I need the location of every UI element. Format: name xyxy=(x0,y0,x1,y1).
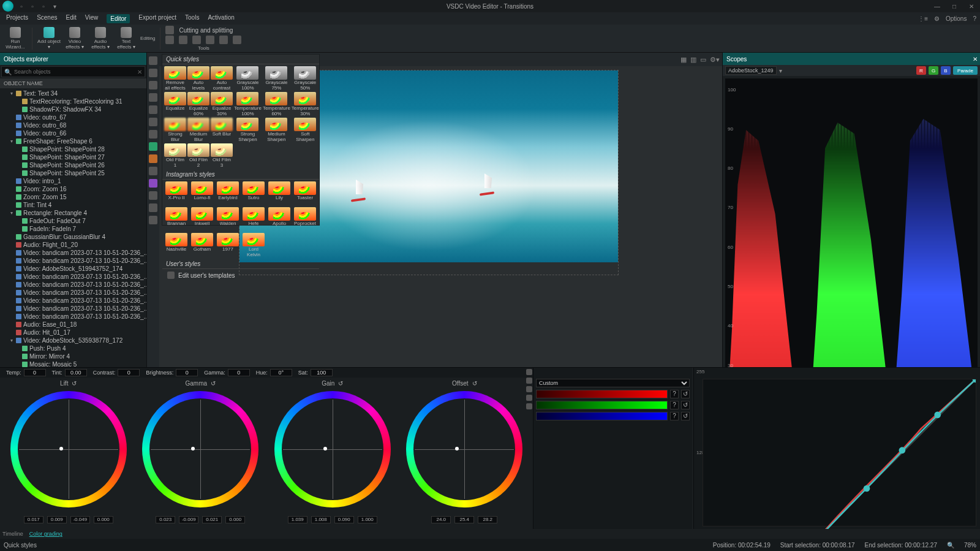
wheel-value[interactable]: 28.2 xyxy=(478,516,497,523)
menu-activation[interactable]: Activation xyxy=(208,14,234,23)
menu-tools[interactable]: Tools xyxy=(185,14,199,23)
menu-scenes[interactable]: Scenes xyxy=(37,14,57,23)
param-value[interactable]: 0 xyxy=(176,369,198,376)
tree-node[interactable]: Audio: Hit_01_17 xyxy=(0,329,146,336)
tree-node[interactable]: GaussianBlur: GaussianBlur 4 xyxy=(0,233,146,241)
qt-open-icon[interactable]: ▫ xyxy=(28,2,37,10)
tree-node[interactable]: ▾Rectangle: Rectangle 4 xyxy=(0,209,146,217)
crop-icon[interactable] xyxy=(165,36,174,44)
style-preset[interactable]: Poprocket xyxy=(293,207,317,232)
style-preset[interactable]: Temperature 30% xyxy=(292,92,319,116)
style-preset[interactable]: Earlybird xyxy=(216,181,240,206)
flip-icon[interactable] xyxy=(192,36,201,44)
style-preset[interactable]: Old Film 2 xyxy=(187,143,209,168)
quick-styles-button[interactable]: Quick styles xyxy=(4,542,37,549)
menu-editor[interactable]: Editor xyxy=(107,14,130,23)
mask-tool-icon[interactable] xyxy=(149,191,157,200)
add-object-button[interactable]: Add object ▾ xyxy=(37,26,61,51)
tree-node[interactable]: Video: bandicam 2023-07-13 10-51-20-236_… xyxy=(0,281,146,289)
red-value-button[interactable]: ? xyxy=(670,390,679,398)
wheel-value[interactable]: 0.021 xyxy=(202,516,222,523)
close-icon[interactable]: ✕ xyxy=(973,56,978,63)
video-effects-button[interactable]: Video effects ▾ xyxy=(63,26,86,51)
gear-icon[interactable]: ⚙ xyxy=(934,15,940,22)
tab-timeline[interactable]: Timeline xyxy=(2,531,23,537)
zoom-out-icon[interactable]: 🔍 xyxy=(947,542,954,549)
tree-node[interactable]: ▾FreeShape: FreeShape 6 xyxy=(0,137,146,145)
picker-tool-icon[interactable] xyxy=(526,386,532,392)
cutting-splitting-button[interactable]: Cutting and splitting xyxy=(179,27,233,34)
param-value[interactable]: 0 xyxy=(118,369,140,376)
tab-color-grading[interactable]: Color grading xyxy=(29,531,62,537)
menu-projects[interactable]: Projects xyxy=(6,14,28,23)
text-tool-icon[interactable] xyxy=(149,118,157,126)
reset-icon[interactable]: ↺ xyxy=(681,390,690,398)
reverse-icon[interactable] xyxy=(219,36,228,44)
grid-icon[interactable]: ▦ xyxy=(680,56,687,64)
style-preset[interactable]: Temperature 100% xyxy=(234,92,262,116)
hsl-tool-icon[interactable] xyxy=(526,378,532,384)
curves-canvas[interactable] xyxy=(703,379,976,526)
line-tool-icon[interactable] xyxy=(149,93,157,102)
tree-node[interactable]: Push: Push 4 xyxy=(0,344,146,352)
param-value[interactable]: 0 xyxy=(228,369,250,376)
style-preset[interactable]: Soft Blur xyxy=(211,118,233,142)
tree-node[interactable]: Video: bandicam 2023-07-13 10-51-20-236_… xyxy=(0,297,146,305)
layout-icon[interactable]: ⋮≡ xyxy=(918,15,928,22)
rotate-icon[interactable] xyxy=(179,36,187,44)
tree-node[interactable]: Video: bandicam 2023-07-13 10-51-20-236_… xyxy=(0,289,146,297)
reset-icon[interactable]: ↺ xyxy=(681,401,690,409)
tree-node[interactable]: Video: outro_66 xyxy=(0,129,146,137)
style-preset[interactable]: Sutro xyxy=(241,181,266,206)
sprite-tool-icon[interactable] xyxy=(149,167,157,175)
reset-icon[interactable]: ↺ xyxy=(211,380,216,387)
wheel-value[interactable]: 1.039 xyxy=(288,516,307,523)
style-preset[interactable]: Apollo xyxy=(267,207,292,232)
tree-node[interactable]: ShapePoint: ShapePoint 28 xyxy=(0,145,146,153)
tree-node[interactable]: Video: intro_1 xyxy=(0,177,146,185)
maximize-button[interactable]: □ xyxy=(948,3,960,10)
tree-node[interactable]: FadeIn: FadeIn 7 xyxy=(0,225,146,233)
hsv-tool-icon[interactable] xyxy=(526,369,532,375)
animation-tool-icon[interactable] xyxy=(149,179,157,188)
search-objects[interactable]: 🔍 ✕ xyxy=(1,66,145,77)
tree-node[interactable]: Video: bandicam 2023-07-13 10-51-20-236_… xyxy=(0,257,146,265)
style-preset[interactable]: Medium Sharpen xyxy=(263,118,290,142)
wheel-value[interactable]: 0.000 xyxy=(94,516,113,523)
tree-node[interactable]: ShadowFX: ShadowFX 34 xyxy=(0,105,146,113)
close-button[interactable]: ✕ xyxy=(965,3,978,10)
extra-tool-icon[interactable] xyxy=(149,216,157,224)
tree-node[interactable]: Tint: Tint 4 xyxy=(0,201,146,209)
tree-node[interactable]: Video: bandicam 2023-07-13 10-51-20-236_… xyxy=(0,273,146,281)
tree-node[interactable]: Zoom: Zoom 15 xyxy=(0,193,146,201)
audio-effects-button[interactable]: Audio effects ▾ xyxy=(89,26,112,51)
style-preset[interactable]: Walden xyxy=(216,207,240,232)
qt-new-icon[interactable]: ▫ xyxy=(17,2,26,10)
param-value[interactable]: 100 xyxy=(311,369,333,376)
help-icon[interactable]: ? xyxy=(973,15,976,22)
tree-node[interactable]: Audio: Ease_01_18 xyxy=(0,321,146,329)
color-wheel-gamma[interactable]: Gamma↺0.023-0.0090.0210.000 xyxy=(135,379,267,528)
tree-node[interactable]: Zoom: Zoom 16 xyxy=(0,185,146,193)
wheel-value[interactable]: 25.4 xyxy=(454,516,474,523)
tree-node[interactable]: FadeOut: FadeOut 7 xyxy=(0,217,146,225)
scope-mode-button[interactable]: Parade xyxy=(953,66,978,75)
safe-zone-icon[interactable]: ▭ xyxy=(700,56,706,64)
style-preset[interactable]: Strong Blur xyxy=(164,118,186,142)
param-value[interactable]: 0° xyxy=(270,369,292,376)
style-preset[interactable]: Lord Kelvin xyxy=(241,233,266,257)
wheel-value[interactable]: -0.009 xyxy=(179,516,198,523)
wheel-value[interactable]: 1.008 xyxy=(311,516,331,523)
settings-icon[interactable]: ⚙▾ xyxy=(710,56,720,64)
style-preset[interactable]: Remove all effects xyxy=(164,66,186,91)
style-preset[interactable]: Nashville xyxy=(164,233,189,257)
style-preset[interactable]: Lily xyxy=(267,181,292,206)
style-preset[interactable]: Temperature 60% xyxy=(263,92,290,116)
style-preset[interactable]: 1977 xyxy=(216,233,240,257)
reset-icon[interactable]: ↺ xyxy=(472,380,477,387)
wheel-value[interactable]: 0.023 xyxy=(156,516,175,523)
tree-node[interactable]: ShapePoint: ShapePoint 27 xyxy=(0,153,146,161)
style-preset[interactable]: Equalize 30% xyxy=(211,92,233,116)
reset-icon[interactable]: ↺ xyxy=(681,412,690,420)
style-preset[interactable]: Old Film 3 xyxy=(211,143,233,168)
